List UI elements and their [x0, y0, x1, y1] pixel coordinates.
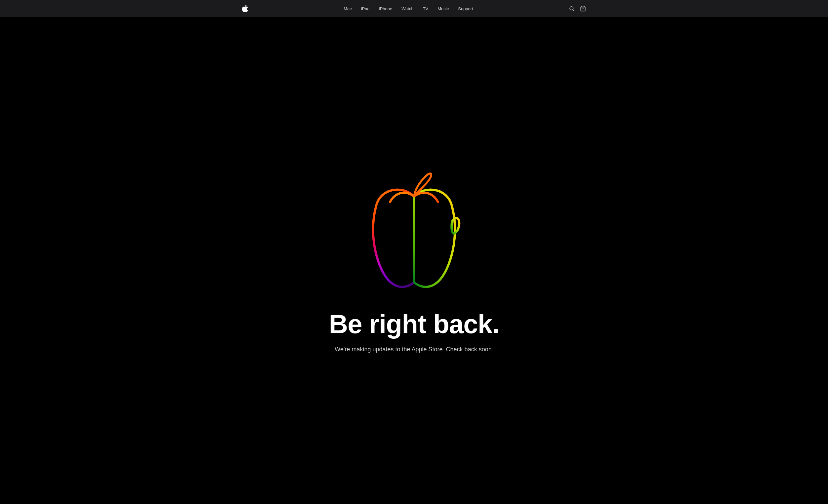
search-button[interactable] [569, 6, 575, 11]
navigation: Mac iPad iPhone Watch TV Music Support [0, 0, 828, 17]
nav-link-iphone[interactable]: iPhone [374, 6, 397, 11]
search-icon [569, 6, 575, 11]
nav-item-iphone[interactable]: iPhone [374, 6, 397, 11]
subtext: We're making updates to the Apple Store.… [335, 346, 493, 353]
nav-link-watch[interactable]: Watch [397, 6, 418, 11]
nav-item-tv[interactable]: TV [418, 6, 433, 11]
apple-logo-svg [358, 155, 470, 294]
headline: Be right back. [329, 310, 499, 338]
nav-item-support[interactable]: Support [453, 6, 478, 11]
nav-item-mac[interactable]: Mac [339, 6, 357, 11]
nav-link-music[interactable]: Music [433, 6, 453, 11]
apple-logo-hero [358, 155, 470, 294]
nav-link-support[interactable]: Support [453, 6, 478, 11]
main-content: Be right back. We're making updates to t… [0, 17, 828, 504]
nav-item-ipad[interactable]: iPad [357, 6, 374, 11]
apple-icon [242, 5, 248, 12]
nav-link-ipad[interactable]: iPad [357, 6, 374, 11]
apple-logo-nav[interactable] [242, 5, 248, 12]
nav-link-mac[interactable]: Mac [339, 6, 357, 11]
nav-icons [569, 6, 586, 11]
nav-item-music[interactable]: Music [433, 6, 453, 11]
bag-icon [580, 6, 586, 11]
bag-button[interactable] [580, 6, 586, 11]
svg-line-1 [573, 10, 574, 11]
nav-links: Mac iPad iPhone Watch TV Music Support [248, 6, 569, 11]
svg-point-0 [570, 7, 573, 10]
nav-link-tv[interactable]: TV [418, 6, 433, 11]
nav-item-watch[interactable]: Watch [397, 6, 418, 11]
